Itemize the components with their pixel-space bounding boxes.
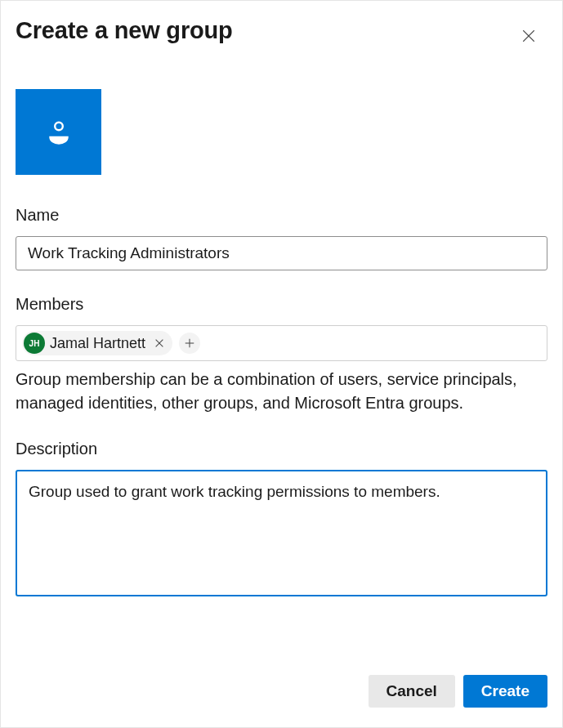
plus-icon — [184, 337, 195, 349]
svg-point-2 — [55, 122, 63, 130]
name-field-group: Name — [16, 206, 547, 270]
name-label: Name — [16, 206, 547, 225]
remove-member-button[interactable] — [152, 336, 167, 351]
dialog-header: Create a new group — [16, 17, 547, 48]
close-button[interactable] — [516, 24, 541, 48]
cancel-button[interactable]: Cancel — [369, 675, 455, 708]
create-group-dialog: Create a new group Name Members JH Jamal… — [1, 1, 562, 727]
member-chip: JH Jamal Hartnett — [22, 331, 172, 355]
members-field-group: Members JH Jamal Hartnett Group memb — [16, 295, 547, 415]
dialog-title: Create a new group — [16, 17, 233, 44]
members-label: Members — [16, 295, 547, 314]
members-input-box[interactable]: JH Jamal Hartnett — [16, 325, 547, 361]
description-textarea[interactable] — [16, 470, 547, 596]
member-avatar: JH — [24, 333, 45, 354]
name-input[interactable] — [16, 236, 547, 270]
members-help-text: Group membership can be a combination of… — [16, 368, 547, 415]
close-icon — [521, 29, 536, 43]
dialog-footer: Cancel Create — [16, 675, 547, 711]
close-icon — [154, 337, 165, 349]
group-avatar-tile[interactable] — [16, 89, 101, 175]
person-icon — [44, 118, 74, 147]
description-label: Description — [16, 440, 547, 458]
create-button[interactable]: Create — [463, 675, 547, 708]
add-member-button[interactable] — [179, 333, 200, 354]
description-field-group: Description — [16, 440, 547, 600]
member-name: Jamal Hartnett — [50, 335, 147, 352]
